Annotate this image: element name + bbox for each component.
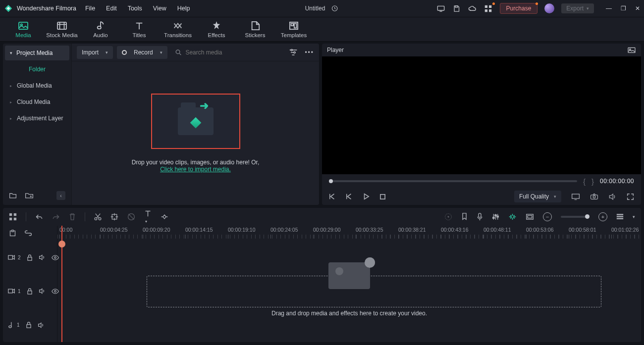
app-logo-icon xyxy=(4,4,13,13)
import-dropdown[interactable]: Import▾ xyxy=(77,46,113,59)
new-folder-icon[interactable] xyxy=(25,192,34,199)
delete-icon[interactable] xyxy=(69,213,76,221)
tab-templates[interactable]: Templates xyxy=(274,20,313,38)
svg-point-18 xyxy=(294,51,295,53)
tab-audio[interactable]: Audio xyxy=(81,20,120,38)
stock-media-icon xyxy=(56,20,67,31)
playhead[interactable] xyxy=(61,226,62,342)
player-viewport[interactable] xyxy=(322,56,641,174)
mark-in-icon[interactable]: { xyxy=(583,177,586,186)
zoom-out-icon[interactable]: − xyxy=(543,212,552,221)
purchase-button[interactable]: Purchase xyxy=(500,3,538,14)
tab-transitions[interactable]: Transitions xyxy=(159,20,197,38)
tab-titles[interactable]: Titles xyxy=(120,20,159,38)
device-icon[interactable] xyxy=(436,4,445,13)
display-icon[interactable] xyxy=(571,193,580,200)
track-display-icon[interactable] xyxy=(616,213,624,220)
snapshot-icon[interactable] xyxy=(627,47,636,53)
lock-icon[interactable] xyxy=(27,288,33,295)
stop-icon[interactable] xyxy=(379,194,386,200)
zoom-in-icon[interactable]: + xyxy=(598,212,607,221)
player-seekbar[interactable] xyxy=(329,180,577,182)
apps-icon[interactable] xyxy=(484,4,493,13)
mute-icon[interactable] xyxy=(39,254,46,260)
menu-tools[interactable]: Tools xyxy=(128,5,142,12)
sidebar-project-media[interactable]: Project Media xyxy=(5,46,69,60)
add-media-plus-icon[interactable]: + xyxy=(365,257,375,268)
filter-icon[interactable] xyxy=(289,49,298,56)
lock-icon[interactable] xyxy=(27,254,33,261)
text-tool-icon[interactable]: ▾ xyxy=(144,210,152,224)
collapse-sidebar-icon[interactable]: ‹ xyxy=(56,191,65,200)
timeline-ruler[interactable]: 00:00 00:00:04:25 00:00:09:20 00:00:14:1… xyxy=(57,226,641,241)
frame-icon[interactable] xyxy=(526,213,534,220)
svg-rect-14 xyxy=(291,24,294,26)
link-icon[interactable] xyxy=(24,230,32,237)
auto-beat-icon[interactable] xyxy=(508,213,517,221)
titles-icon xyxy=(135,20,144,31)
sidebar-folder[interactable]: Folder xyxy=(5,62,69,77)
media-dropzone[interactable]: ➜ xyxy=(151,94,240,149)
menu-file[interactable]: File xyxy=(85,5,95,12)
history-icon[interactable] xyxy=(330,4,339,13)
track-header-audio-1[interactable]: 1 xyxy=(3,308,57,342)
window-close-icon[interactable]: ✕ xyxy=(635,5,640,12)
prev-frame-icon[interactable] xyxy=(329,193,336,200)
menu-view[interactable]: View xyxy=(153,5,166,12)
more-tl-icon[interactable]: ▾ xyxy=(633,214,635,219)
window-minimize-icon[interactable]: — xyxy=(606,5,612,12)
media-toolbar: Import▾ Record▾ ••• xyxy=(72,44,319,61)
sidebar-cloud-media[interactable]: Cloud Media xyxy=(5,95,69,109)
lock-icon[interactable] xyxy=(26,322,32,328)
timeline-canvas[interactable]: + Drag and drop media and effects here t… xyxy=(57,241,641,342)
new-bin-icon[interactable] xyxy=(9,192,17,199)
track-header-video-2[interactable]: 2 xyxy=(3,241,57,274)
mute-icon[interactable] xyxy=(38,322,45,328)
step-back-icon[interactable] xyxy=(346,193,353,200)
sidebar-global-media[interactable]: Global Media xyxy=(5,78,69,93)
search-icon xyxy=(175,49,182,56)
tab-stickers[interactable]: Stickers xyxy=(236,20,274,38)
camera-icon[interactable] xyxy=(590,193,598,200)
more-icon[interactable]: ••• xyxy=(305,49,314,56)
tab-stock-media[interactable]: Stock Media xyxy=(43,20,81,38)
fullscreen-icon[interactable] xyxy=(627,193,634,200)
menu-help[interactable]: Help xyxy=(177,5,190,12)
play-icon[interactable] xyxy=(363,193,370,200)
sidebar-adjustment-layer[interactable]: Adjustment Layer xyxy=(5,111,69,126)
mask-icon[interactable] xyxy=(127,213,135,221)
track-header-video-1[interactable]: 1 xyxy=(3,274,57,308)
undo-icon[interactable] xyxy=(35,213,43,220)
cut-icon[interactable] xyxy=(94,213,102,221)
snap-icon[interactable] xyxy=(9,230,16,237)
cloud-icon[interactable] xyxy=(468,4,477,13)
media-search[interactable] xyxy=(171,49,285,56)
mute-icon[interactable] xyxy=(39,288,46,294)
tab-effects[interactable]: Effects xyxy=(197,20,236,38)
window-maximize-icon[interactable]: ❐ xyxy=(621,5,626,12)
record-dropdown[interactable]: Record▾ xyxy=(117,46,167,59)
tab-media[interactable]: Media xyxy=(4,20,43,38)
marker-icon[interactable] xyxy=(461,213,468,221)
crop-icon[interactable] xyxy=(110,213,118,221)
search-input[interactable] xyxy=(185,49,285,56)
svg-point-17 xyxy=(291,49,292,50)
menu-edit[interactable]: Edit xyxy=(106,5,117,12)
timeline-placeholder-icon[interactable]: + xyxy=(328,262,370,289)
main-tabs: Media Stock Media Audio Titles Transitio… xyxy=(0,17,644,42)
color-target-icon[interactable] xyxy=(444,213,452,221)
quality-select[interactable]: Full Quality▾ xyxy=(514,191,561,202)
tl-layout-icon[interactable] xyxy=(9,213,17,221)
mark-out-icon[interactable]: } xyxy=(591,177,594,186)
timeline-drop-target[interactable] xyxy=(147,276,601,307)
zoom-slider[interactable] xyxy=(561,216,590,218)
mixer-icon[interactable] xyxy=(492,213,499,221)
volume-icon[interactable] xyxy=(608,193,617,200)
import-media-link[interactable]: Click here to import media. xyxy=(160,166,231,173)
mic-icon[interactable] xyxy=(477,213,483,221)
save-icon[interactable] xyxy=(452,4,461,13)
user-avatar[interactable] xyxy=(544,3,554,13)
redo-icon[interactable] xyxy=(52,213,60,220)
export-button[interactable]: Export▾ xyxy=(561,3,594,13)
keyframe-tool-icon[interactable] xyxy=(161,213,168,220)
